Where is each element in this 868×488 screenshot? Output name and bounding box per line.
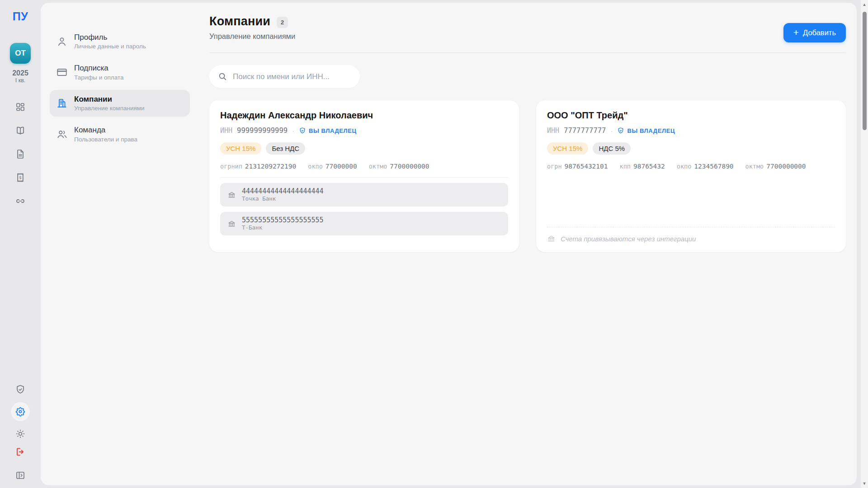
owner-badge: ВЫ ВЛАДЕЛЕЦ [299,127,357,134]
company-card[interactable]: ООО "ОПТ Трейд" ИНН 7777777777 · ВЫ ВЛАД… [536,100,846,252]
security-shield-icon[interactable] [15,384,26,395]
sidebar-item-team[interactable]: Команда Пользователи и права [50,121,190,147]
sidebar-item-sublabel: Пользователи и права [74,136,137,143]
bank-icon [547,235,556,243]
sidebar-item-subscription[interactable]: Подписка Тарифы и оплата [50,59,190,85]
sidebar-item-label: Подписка [74,64,124,73]
owner-label: ВЫ ВЛАДЕЛЕЦ [309,127,357,134]
theme-sun-icon[interactable] [15,428,26,439]
registry-value: 7700000000 [766,163,806,170]
company-card[interactable]: Надеждин Александр Николаевич ИНН 999999… [209,100,519,252]
tax-badge: УСН 15% [220,142,261,155]
receipts-icon[interactable]: $ [15,172,26,183]
sidebar-item-sublabel: Управление компаниями [74,105,145,112]
dashboard-icon[interactable] [15,102,26,113]
owner-shield-icon [617,127,624,134]
registry-value: 7700000000 [390,163,429,170]
registry-value: 77000000 [326,163,357,170]
company-cards: Надеждин Александр Николаевич ИНН 999999… [209,100,846,252]
inn-label: ИНН [220,127,232,135]
settings-gear-icon[interactable] [11,402,30,421]
registry-item: октмо 7700000000 [745,163,806,170]
registry-label: огрн [547,163,562,170]
add-company-label: Добавить [803,28,836,37]
period-year: 2025 [12,69,28,77]
account-number: 55555555555555555555 [242,216,324,225]
collapse-sidebar-icon[interactable] [15,470,26,481]
main-panel: Профиль Личные данные и пароль Подписка … [41,3,857,485]
registry-label: огрнип [220,163,242,170]
registry-label: октмо [745,163,764,170]
page-title: Компании [209,14,270,28]
company-count-badge: 2 [277,17,288,28]
registry-item: кпп 98765432 [620,163,665,170]
sidebar-item-sublabel: Тарифы и оплата [74,74,124,81]
registry-label: окпо [308,163,323,170]
registry-item: окпо 77000000 [308,163,357,170]
documents-icon[interactable] [15,149,26,160]
scroll-up-arrow-icon[interactable]: ▲ [861,2,868,7]
user-icon [56,36,68,47]
building-icon [56,97,68,109]
sidebar-item-label: Компании [74,95,145,104]
bank-account-row[interactable]: 44444444444444444444 Точка Банк [220,183,508,206]
owner-shield-icon [299,127,306,134]
tax-badge: НДС 5% [593,142,631,155]
sidebar-item-label: Профиль [74,33,146,42]
company-name: Надеждин Александр Николаевич [220,110,508,121]
header-divider [209,52,846,53]
meta-dot: · [610,127,613,135]
tax-badges: УСН 15%Без НДС [220,142,508,155]
footer-note: Счета привязываются через интеграции [561,235,696,243]
users-icon [56,128,68,140]
scrollbar-thumb[interactable] [863,12,867,130]
sidebar-item-companies[interactable]: Компании Управление компаниями [50,90,190,117]
svg-text:$: $ [19,175,22,180]
workspace-badge[interactable]: ОТ [10,43,31,64]
account-bank-name: Т-Банк [242,224,324,231]
registry-value: 98765432 [633,163,665,170]
sidebar-menu: Профиль Личные данные и пароль Подписка … [41,3,194,485]
registry-label: октмо [369,163,387,170]
scroll-down-arrow-icon[interactable]: ▼ [861,481,868,486]
tax-badge: УСН 15% [547,142,588,155]
owner-label: ВЫ ВЛАДЕЛЕЦ [627,127,675,134]
period-quarter: I кв. [15,77,26,84]
logout-icon[interactable] [15,446,26,457]
registry-item: огрнип 2131209272190 [220,163,296,170]
bank-icon [227,191,236,199]
registry-value: 98765432101 [565,163,608,170]
registry-codes: огрнип 2131209272190 окпо 77000000 октмо… [220,163,508,170]
bank-account-row[interactable]: 55555555555555555555 Т-Банк [220,212,508,235]
account-number: 44444444444444444444 [242,187,324,196]
inn-value: 7777777777 [564,127,606,135]
app-logo[interactable]: ПУ [13,10,28,23]
credit-card-icon [56,66,68,78]
integrations-icon[interactable] [15,196,26,206]
card-footer: Счета привязываются через интеграции [547,227,835,243]
vertical-scrollbar[interactable]: ▲ ▼ [860,0,868,488]
bank-icon [227,220,236,228]
owner-badge: ВЫ ВЛАДЕЛЕЦ [617,127,675,134]
registry-value: 1234567890 [694,163,733,170]
registry-label: кпп [620,163,631,170]
plus-icon: + [793,28,799,37]
accounts-list: 44444444444444444444 Точка Банк 55555555… [220,177,508,235]
account-bank-name: Точка Банк [242,195,324,202]
registry-item: огрн 98765432101 [547,163,608,170]
add-company-button[interactable]: + Добавить [783,23,846,42]
company-name: ООО "ОПТ Трейд" [547,110,835,121]
registry-label: окпо [677,163,692,170]
page-subtitle: Управление компаниями [209,32,295,41]
meta-dot: · [292,127,294,135]
registry-value: 2131209272190 [245,163,297,170]
inn-value: 999999999999 [237,127,288,135]
search-input[interactable] [209,65,360,88]
app-rail: ПУ ОТ 2025 I кв. $ [0,0,41,488]
registry-codes: огрн 98765432101 кпп 98765432 окпо 12345… [547,163,835,170]
handbook-icon[interactable] [15,125,26,136]
tax-badge: Без НДС [266,142,305,155]
registry-item: окпо 1234567890 [677,163,734,170]
content-area: Компании 2 Управление компаниями + Добав… [194,3,857,485]
sidebar-item-profile[interactable]: Профиль Личные данные и пароль [50,28,190,55]
